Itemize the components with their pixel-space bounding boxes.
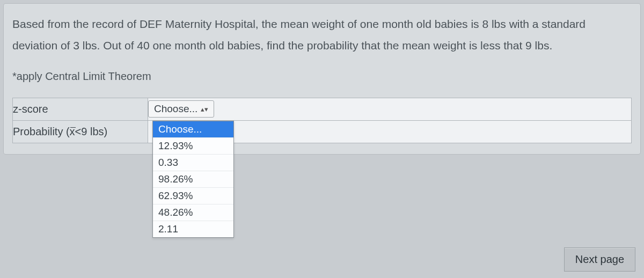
dropdown-option[interactable]: 12.93% (153, 138, 233, 155)
probability-dropdown[interactable]: Choose... 12.93% 0.33 98.26% 62.93% 48.2… (152, 121, 234, 238)
zscore-label-cell: z-score (13, 98, 148, 120)
table-row: Probability (x<9 lbs) Choose... 12.93% 0… (13, 120, 632, 143)
xbar-symbol: x (70, 126, 75, 138)
dropdown-option[interactable]: 0.33 (153, 155, 233, 171)
probability-label-suffix: <9 lbs) (75, 126, 108, 137)
zscore-label: z-score (13, 103, 48, 115)
answer-table: z-score Choose... ▴▾ Probability (x<9 lb… (12, 98, 632, 143)
probability-label-cell: Probability (x<9 lbs) (13, 120, 148, 143)
question-prompt: Based from the record of DEF Maternity H… (12, 13, 632, 56)
table-row: z-score Choose... ▴▾ (13, 98, 632, 120)
probability-select-cell: Choose... 12.93% 0.33 98.26% 62.93% 48.2… (148, 120, 632, 143)
dropdown-option[interactable]: 2.11 (153, 221, 233, 237)
dropdown-option-choose[interactable]: Choose... (153, 121, 233, 138)
next-page-button[interactable]: Next page (564, 247, 635, 272)
dropdown-option[interactable]: 62.93% (153, 188, 233, 204)
question-hint: *apply Central Limit Theorem (12, 70, 632, 83)
dropdown-option[interactable]: 48.26% (153, 204, 233, 221)
zscore-select[interactable]: Choose... ▴▾ (148, 100, 214, 118)
probability-label-prefix: Probability ( (13, 126, 70, 137)
zscore-select-value: Choose... (154, 103, 197, 115)
sort-icon: ▴▾ (201, 106, 208, 113)
zscore-select-cell: Choose... ▴▾ (148, 98, 632, 120)
dropdown-option[interactable]: 98.26% (153, 171, 233, 188)
question-panel: Based from the record of DEF Maternity H… (3, 3, 641, 155)
